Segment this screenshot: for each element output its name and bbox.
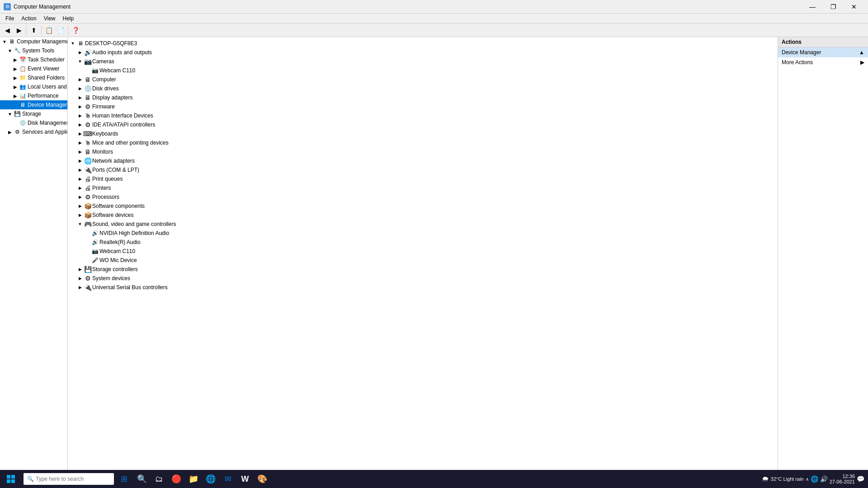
system-devices-toggle[interactable]: ▶	[77, 275, 83, 282]
tree-root[interactable]: ▼ 🖥 Computer Management (Local)	[0, 37, 67, 46]
usb-toggle[interactable]: ▶	[77, 284, 83, 291]
device-nvidia[interactable]: 🔊 NVIDIA High Definition Audio	[68, 229, 778, 238]
device-webcam-sound[interactable]: 📷 Webcam C110	[68, 247, 778, 256]
processors-toggle[interactable]: ▶	[77, 194, 83, 200]
printers-toggle[interactable]: ▶	[77, 185, 83, 191]
taskbar-mail-app[interactable]: ✉	[220, 470, 236, 488]
category-system-devices[interactable]: ▶ ⚙ System devices	[68, 274, 778, 283]
help-button[interactable]: ❓	[70, 25, 81, 36]
mice-toggle[interactable]: ▶	[77, 140, 83, 146]
tray-expand[interactable]: ∧	[806, 477, 809, 482]
hid-toggle[interactable]: ▶	[77, 113, 83, 119]
performance-toggle[interactable]: ▶	[12, 92, 19, 99]
device-wo-mic[interactable]: 🎤 WO Mic Device	[68, 256, 778, 265]
category-printers[interactable]: ▶ 🖨 Printers	[68, 183, 778, 192]
show-hide-console-tree[interactable]: 📋	[43, 25, 54, 36]
category-keyboards[interactable]: ▶ ⌨ Keyboards	[68, 129, 778, 138]
search-input[interactable]	[36, 476, 108, 482]
local-users-toggle[interactable]: ▶	[12, 83, 19, 90]
window-controls[interactable]: — ❐ ✕	[802, 0, 864, 14]
notification-center[interactable]: 💬	[857, 475, 864, 483]
category-display[interactable]: ▶ 🖥 Display adapters	[68, 93, 778, 102]
back-button[interactable]: ◀	[2, 25, 13, 36]
category-processors[interactable]: ▶ ⚙ Processors	[68, 192, 778, 202]
forward-button[interactable]: ▶	[14, 25, 24, 36]
category-firmware[interactable]: ▶ ⚙ Firmware	[68, 102, 778, 111]
tree-task-scheduler[interactable]: ▶ 📅 Task Scheduler	[0, 55, 67, 64]
left-panel[interactable]: ▼ 🖥 Computer Management (Local) ▼ 🔧 Syst…	[0, 37, 68, 470]
tree-disk-management[interactable]: 💿 Disk Management	[0, 118, 67, 127]
category-cameras[interactable]: ▼ 📷 Cameras	[68, 57, 778, 66]
root-toggle[interactable]: ▼	[1, 38, 8, 45]
menu-help[interactable]: Help	[59, 14, 78, 23]
category-mice[interactable]: ▶ 🖱 Mice and other pointing devices	[68, 138, 778, 147]
category-software-components[interactable]: ▶ 📦 Software components	[68, 202, 778, 211]
disk-drives-toggle[interactable]: ▶	[77, 85, 83, 92]
menu-action[interactable]: Action	[18, 14, 40, 23]
taskbar-chrome-app[interactable]: 🌐	[203, 470, 219, 488]
ports-toggle[interactable]: ▶	[77, 167, 83, 173]
event-viewer-toggle[interactable]: ▶	[12, 65, 19, 72]
ide-toggle[interactable]: ▶	[77, 122, 83, 128]
sound-toggle[interactable]: ▼	[77, 221, 83, 227]
print-queues-toggle[interactable]: ▶	[77, 176, 83, 182]
up-button[interactable]: ⬆	[28, 25, 39, 36]
maximize-button[interactable]: ❐	[823, 0, 844, 14]
category-sound[interactable]: ▼ 🎮 Sound, video and game controllers	[68, 220, 778, 229]
action-device-manager[interactable]: Device Manager ▲	[778, 47, 868, 57]
storage-toggle[interactable]: ▼	[6, 110, 14, 117]
category-ports[interactable]: ▶ 🔌 Ports (COM & LPT)	[68, 165, 778, 174]
device-realtek[interactable]: 🔊 Realtek(R) Audio	[68, 238, 778, 247]
software-devices-toggle[interactable]: ▶	[77, 212, 83, 218]
tree-device-manager[interactable]: 🖥 Device Manager	[0, 100, 67, 109]
start-button[interactable]	[0, 470, 22, 488]
cameras-toggle[interactable]: ▼	[77, 58, 83, 65]
firmware-toggle[interactable]: ▶	[77, 103, 83, 110]
device-root[interactable]: ▼ 🖥 DESKTOP-G5QF8E3	[68, 39, 778, 48]
monitors-toggle[interactable]: ▶	[77, 149, 83, 155]
taskbar-opera-app[interactable]: 🔴	[168, 470, 184, 488]
tree-system-tools[interactable]: ▼ 🔧 System Tools	[0, 46, 67, 55]
category-network[interactable]: ▶ 🌐 Network adapters	[68, 156, 778, 165]
display-toggle[interactable]: ▶	[77, 94, 83, 101]
category-print-queues[interactable]: ▶ 🖨 Print queues	[68, 174, 778, 183]
tree-shared-folders[interactable]: ▶ 📁 Shared Folders	[0, 73, 67, 82]
properties-button[interactable]: 📄	[55, 25, 66, 36]
category-hid[interactable]: ▶ 🖱 Human Interface Devices	[68, 111, 778, 120]
category-monitors[interactable]: ▶ 🖥 Monitors	[68, 147, 778, 156]
task-view-button[interactable]: ⊞	[116, 470, 132, 488]
tree-services[interactable]: ▶ ⚙ Services and Applications	[0, 127, 67, 136]
minimize-button[interactable]: —	[802, 0, 823, 14]
taskbar-taskview-app[interactable]: 🗂	[151, 470, 167, 488]
menu-view[interactable]: View	[40, 14, 59, 23]
category-ide[interactable]: ▶ ⚙ IDE ATA/ATAPI controllers	[68, 120, 778, 129]
system-tools-toggle[interactable]: ▼	[6, 47, 14, 54]
tree-event-viewer[interactable]: ▶ 📋 Event Viewer	[0, 64, 67, 73]
category-software-devices[interactable]: ▶ 📦 Software devices	[68, 211, 778, 220]
storage-ctrl-toggle[interactable]: ▶	[77, 266, 83, 272]
audio-toggle[interactable]: ▶	[77, 49, 83, 56]
category-audio[interactable]: ▶ 🔊 Audio inputs and outputs	[68, 48, 778, 57]
task-scheduler-toggle[interactable]: ▶	[12, 56, 19, 63]
network-toggle[interactable]: ▶	[77, 158, 83, 164]
tree-performance[interactable]: ▶ 📊 Performance	[0, 91, 67, 100]
taskbar-word-app[interactable]: W	[237, 470, 253, 488]
category-storage-ctrl[interactable]: ▶ 💾 Storage controllers	[68, 265, 778, 274]
taskbar-other-app[interactable]: 🎨	[254, 470, 270, 488]
device-manager-toggle[interactable]	[12, 101, 19, 108]
software-components-toggle[interactable]: ▶	[77, 203, 83, 209]
system-clock[interactable]: 12:36 27-06-2021	[830, 474, 855, 484]
taskbar-explorer-app[interactable]: 📁	[185, 470, 202, 488]
center-panel[interactable]: ▼ 🖥 DESKTOP-G5QF8E3 ▶ 🔊 Audio inputs and…	[68, 37, 778, 470]
shared-folders-toggle[interactable]: ▶	[12, 74, 19, 81]
category-disk-drives[interactable]: ▶ 💿 Disk drives	[68, 84, 778, 93]
device-webcam-c110-cam[interactable]: 📷 Webcam C110	[68, 66, 778, 75]
taskbar-search[interactable]: 🔍	[24, 473, 114, 485]
category-usb[interactable]: ▶ 🔌 Universal Serial Bus controllers	[68, 283, 778, 292]
device-root-toggle[interactable]: ▼	[70, 40, 76, 47]
tree-local-users[interactable]: ▶ 👥 Local Users and Groups	[0, 82, 67, 91]
taskbar-search-app[interactable]: 🔍	[134, 470, 150, 488]
tree-storage[interactable]: ▼ 💾 Storage	[0, 109, 67, 118]
close-button[interactable]: ✕	[844, 0, 864, 14]
computer-toggle[interactable]: ▶	[77, 76, 83, 83]
